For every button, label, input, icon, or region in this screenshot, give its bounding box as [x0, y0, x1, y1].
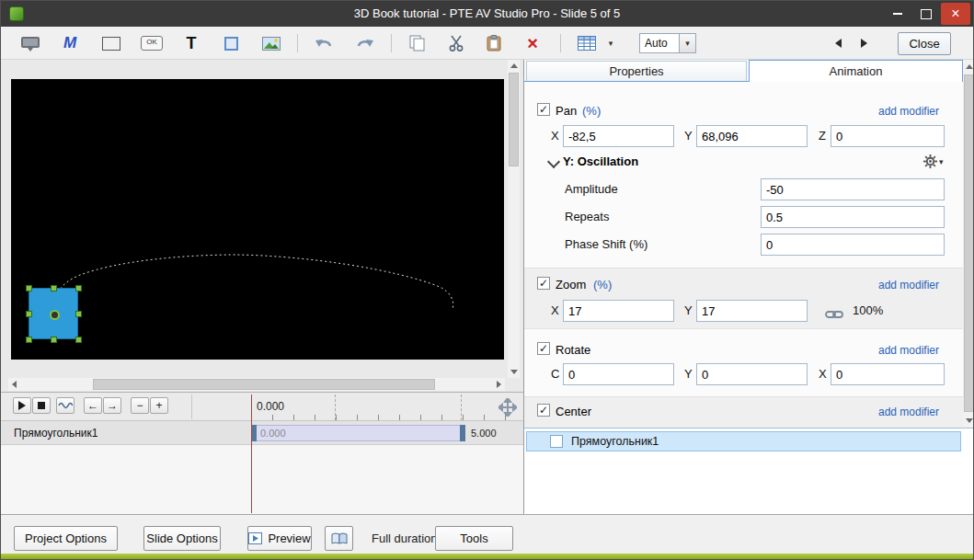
resize-handle[interactable] [26, 311, 32, 317]
rotate-c-input[interactable] [563, 363, 674, 385]
step-forward-button[interactable]: → [103, 397, 121, 414]
zoom-out-timeline-button[interactable]: − [131, 397, 149, 414]
close-editor-button[interactable]: Close [898, 32, 951, 55]
delete-button[interactable]: × [520, 31, 545, 55]
add-frame-button[interactable] [218, 31, 244, 55]
tools-button[interactable]: Tools [435, 526, 513, 551]
track-duration-bar[interactable]: 0.000 [251, 425, 465, 441]
zoom-in-timeline-button[interactable]: + [150, 397, 168, 414]
mini-player-button[interactable] [325, 526, 353, 551]
phase-shift-input[interactable] [761, 234, 945, 256]
image-icon [262, 37, 281, 51]
scissors-icon [449, 35, 464, 51]
resize-handle[interactable] [75, 311, 82, 317]
pan-y-label: Y [684, 125, 693, 147]
timeline-separator [191, 394, 192, 419]
panel-scrollbar[interactable] [963, 60, 974, 428]
vscroll-thumb[interactable] [509, 73, 519, 166]
minimize-button[interactable] [884, 3, 911, 25]
scroll-right-button[interactable] [493, 378, 505, 390]
zoom-add-modifier-link[interactable]: add modifier [878, 276, 939, 294]
pan-y-input[interactable] [696, 125, 808, 147]
add-rectangle-button[interactable] [98, 31, 124, 55]
slide-options-button[interactable]: Slide Options [143, 526, 221, 551]
mask-tool-button[interactable]: M [57, 31, 83, 55]
zoom-checkbox[interactable]: ✓ [537, 277, 550, 290]
arrow-down-icon [966, 418, 973, 423]
arrow-up-icon [510, 63, 518, 68]
pan-x-label: X [551, 125, 559, 147]
play-button[interactable] [13, 397, 31, 414]
waveform-button[interactable] [56, 397, 74, 414]
rotate-add-modifier-link[interactable]: add modifier [878, 341, 939, 360]
scroll-down-button[interactable] [963, 415, 974, 427]
next-slide-button[interactable] [854, 31, 874, 55]
zoom-y-input[interactable] [696, 300, 808, 322]
layer-checkbox[interactable] [550, 435, 563, 448]
repeats-input[interactable] [761, 206, 945, 228]
layer-row-selected[interactable]: Прямоугольник1 [526, 431, 961, 451]
grid-mode-dropdown-button[interactable]: ▾ [679, 34, 695, 52]
prev-slide-button[interactable] [828, 31, 848, 55]
scroll-left-button[interactable] [8, 378, 20, 390]
maximize-button[interactable] [912, 3, 939, 25]
project-options-button[interactable]: Project Options [14, 526, 118, 551]
panel-scroll-thumb[interactable] [964, 74, 974, 412]
pan-checkbox[interactable]: ✓ [537, 103, 550, 116]
close-window-button[interactable]: × [941, 3, 970, 25]
oscillation-settings-button[interactable]: ▾ [923, 154, 944, 168]
preview-canvas[interactable] [11, 79, 504, 360]
redo-button[interactable] [352, 31, 378, 55]
add-text-button[interactable]: T [178, 31, 204, 55]
add-button-button[interactable]: OK [139, 31, 165, 55]
pan-add-modifier-link[interactable]: add modifier [878, 102, 939, 120]
rotate-checkbox[interactable]: ✓ [537, 342, 550, 355]
time-cursor[interactable] [251, 394, 252, 513]
track-end-handle[interactable] [460, 425, 465, 441]
move-icon[interactable] [498, 398, 517, 417]
add-image-button[interactable] [258, 31, 284, 55]
preview-vscrollbar[interactable] [508, 60, 520, 378]
grid-dropdown-button[interactable]: ▾ [603, 31, 618, 55]
stop-button[interactable] [32, 397, 51, 414]
center-checkbox[interactable]: ✓ [537, 404, 550, 417]
resize-handle[interactable] [75, 285, 82, 291]
grid-button[interactable] [574, 31, 600, 55]
hscroll-thumb[interactable] [93, 379, 435, 390]
step-back-button[interactable]: ← [84, 397, 102, 414]
resize-handle[interactable] [51, 285, 57, 291]
tab-properties[interactable]: Properties [526, 61, 747, 81]
scroll-down-button[interactable] [508, 366, 520, 378]
paste-button[interactable] [481, 31, 507, 55]
link-zoom-button[interactable] [825, 306, 843, 323]
resize-handle[interactable] [26, 337, 32, 343]
amplitude-input[interactable] [761, 178, 945, 200]
center-handle[interactable] [50, 310, 60, 320]
stop-icon [38, 402, 45, 409]
resize-handle[interactable] [75, 337, 82, 343]
rotate-x-input[interactable] [831, 363, 945, 385]
resize-handle[interactable] [26, 285, 32, 291]
select-tool-button[interactable] [17, 31, 43, 55]
scroll-up-button[interactable] [508, 60, 520, 72]
rotate-label: Rotate [556, 341, 590, 360]
amplitude-label: Amplitude [565, 178, 618, 200]
preview-hscrollbar[interactable] [8, 378, 505, 391]
copy-button[interactable] [405, 31, 430, 55]
pan-z-input[interactable] [831, 125, 945, 147]
arrow-up-icon [966, 64, 973, 69]
undo-button[interactable] [311, 31, 337, 55]
center-add-modifier-link[interactable]: add modifier [878, 403, 939, 421]
grid-mode-select[interactable]: Auto ▾ [639, 33, 696, 53]
rotate-y-input[interactable] [696, 363, 808, 385]
play-icon [18, 401, 26, 410]
cut-button[interactable] [443, 31, 469, 55]
tab-animation[interactable]: Animation [749, 60, 963, 82]
layer-name-label: Прямоугольник1 [571, 432, 659, 451]
scroll-up-button[interactable] [963, 61, 974, 73]
preview-button[interactable]: Preview [247, 526, 312, 551]
rectangle-object[interactable] [29, 288, 78, 339]
pan-x-input[interactable] [563, 125, 674, 147]
zoom-x-input[interactable] [563, 300, 674, 322]
resize-handle[interactable] [51, 337, 57, 343]
